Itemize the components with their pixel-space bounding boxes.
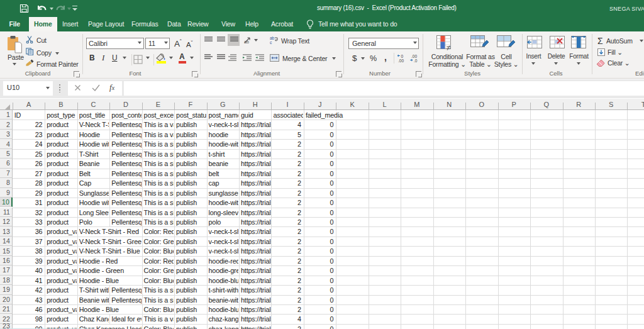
svg-text:ab: ab <box>270 36 275 40</box>
svg-text:0: 0 <box>401 54 404 59</box>
svg-text:.0: .0 <box>414 59 418 63</box>
svg-text:.00: .00 <box>411 54 417 59</box>
svg-text:ab: ab <box>244 40 249 44</box>
svg-text:.00: .00 <box>398 59 404 63</box>
svg-text:≠: ≠ <box>447 43 451 52</box>
svg-text:c: c <box>270 40 272 44</box>
